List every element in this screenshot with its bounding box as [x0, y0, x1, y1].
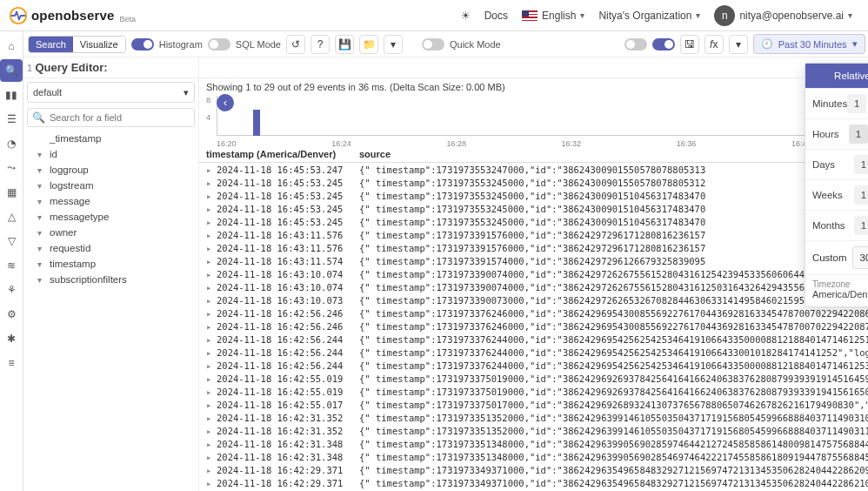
field-search-input[interactable]	[50, 112, 190, 123]
relative-pill[interactable]: 1	[849, 124, 868, 144]
help-icon[interactable]: ?	[310, 35, 330, 54]
expand-row-icon[interactable]: ▸	[206, 295, 217, 306]
table-row[interactable]: ▸2024-11-18 16:43:11.576{"_timestamp":17…	[199, 228, 868, 241]
time-range-button[interactable]: 🕘 Past 30 Minutes ▾	[753, 34, 865, 54]
table-row[interactable]: ▸2024-11-18 16:43:11.576{"_timestamp":17…	[199, 241, 868, 254]
custom-value-input[interactable]: 30	[852, 246, 869, 269]
fx-dropdown-icon[interactable]: ▾	[729, 35, 748, 54]
field-item[interactable]: ▾logstream	[23, 178, 198, 193]
expand-row-icon[interactable]: ▸	[206, 465, 217, 475]
field-item[interactable]: ▾timestamp	[23, 256, 198, 272]
table-row[interactable]: ▸2024-11-18 16:42:31.348{"_timestamp":17…	[199, 450, 868, 463]
nav-rum-icon[interactable]: ◔	[0, 132, 23, 155]
table-row[interactable]: ▸2024-11-18 16:42:55.017{"_timestamp":17…	[199, 398, 868, 411]
nav-traces-icon[interactable]: ☰	[0, 108, 23, 131]
field-item[interactable]: ▾message	[23, 193, 198, 209]
col-source[interactable]: source	[359, 149, 868, 159]
expand-row-icon[interactable]: ▸	[206, 360, 217, 371]
expand-row-icon[interactable]: ▸	[206, 308, 217, 319]
docs-link[interactable]: Docs	[477, 10, 515, 22]
table-row[interactable]: ▸2024-11-18 16:42:56.244{"_timestamp":17…	[199, 346, 868, 359]
table-row[interactable]: ▸2024-11-18 16:42:55.019{"_timestamp":17…	[199, 385, 868, 398]
table-row[interactable]: ▸2024-11-18 16:42:29.371{"_timestamp":17…	[199, 476, 868, 489]
table-row[interactable]: ▸2024-11-18 16:45:53.247{"_timestamp":17…	[199, 163, 868, 176]
undo-icon[interactable]: ↺	[286, 35, 305, 54]
quick-mode-toggle[interactable]	[422, 38, 444, 50]
expand-row-icon[interactable]: ▸	[206, 400, 217, 410]
org-selector[interactable]: Nitya's Organization ▾	[591, 10, 707, 22]
nav-alerts-icon[interactable]: △	[0, 205, 23, 228]
save-view-icon[interactable]: 🖫	[680, 35, 699, 54]
table-row[interactable]: ▸2024-11-18 16:42:31.348{"_timestamp":17…	[199, 437, 868, 450]
nav-search-icon[interactable]: 🔍	[0, 59, 23, 82]
nav-slack-icon[interactable]: ✱	[0, 327, 23, 350]
sql-mode-toggle[interactable]	[208, 38, 230, 50]
expand-row-icon[interactable]: ▸	[206, 282, 217, 293]
stream-selector[interactable]: default ▾	[27, 82, 195, 103]
table-row[interactable]: ▸2024-11-18 16:45:53.245{"_timestamp":17…	[199, 215, 868, 228]
language-selector[interactable]: English ▾	[515, 10, 591, 22]
nav-functions-icon[interactable]: ▽	[0, 230, 23, 252]
collapse-sidebar-button[interactable]: ‹	[217, 94, 234, 111]
expand-row-icon[interactable]: ▸	[206, 439, 217, 449]
expand-row-icon[interactable]: ▸	[206, 243, 217, 253]
field-item[interactable]: ▾requestid	[23, 240, 198, 256]
toolbar-toggle-b[interactable]	[652, 38, 675, 50]
timezone-row[interactable]: Timezone America/Denver ▾	[805, 275, 868, 306]
save-icon[interactable]: 💾	[335, 35, 354, 54]
table-row[interactable]: ▸2024-11-18 16:42:31.352{"_timestamp":17…	[199, 424, 868, 437]
nav-streams-icon[interactable]: ≋	[0, 254, 23, 277]
relative-pill[interactable]: 1	[854, 155, 868, 174]
table-row[interactable]: ▸2024-11-18 16:42:56.244{"_timestamp":17…	[199, 359, 868, 372]
expand-row-icon[interactable]: ▸	[206, 321, 217, 332]
nav-settings-icon[interactable]: ⚙	[0, 303, 23, 326]
more-icon[interactable]: ▾	[384, 35, 403, 54]
theme-toggle-icon[interactable]: ☀	[454, 10, 477, 22]
table-row[interactable]: ▸2024-11-18 16:42:55.019{"_timestamp":17…	[199, 372, 868, 385]
expand-row-icon[interactable]: ▸	[206, 478, 217, 488]
expand-row-icon[interactable]: ▸	[206, 269, 217, 279]
field-item[interactable]: ▾loggroup	[23, 162, 198, 178]
field-search[interactable]: 🔍	[27, 108, 195, 127]
tab-visualize[interactable]: Visualize	[73, 37, 125, 52]
expand-row-icon[interactable]: ▸	[206, 426, 217, 436]
table-row[interactable]: ▸2024-11-18 16:42:31.352{"_timestamp":17…	[199, 411, 868, 424]
expand-row-icon[interactable]: ▸	[206, 413, 217, 423]
table-row[interactable]: ▸2024-11-18 16:43:10.073{"_timestamp":17…	[199, 293, 868, 306]
expand-row-icon[interactable]: ▸	[206, 165, 217, 175]
field-item[interactable]: ▾id	[23, 146, 198, 162]
table-row[interactable]: ▸2024-11-18 16:42:56.246{"_timestamp":17…	[199, 306, 868, 319]
table-row[interactable]: ▸2024-11-18 16:43:11.574{"_timestamp":17…	[199, 254, 868, 267]
nav-metrics-icon[interactable]: ▮▮	[0, 84, 23, 106]
expand-row-icon[interactable]: ▸	[206, 217, 217, 227]
table-row[interactable]: ▸2024-11-18 16:42:56.244{"_timestamp":17…	[199, 333, 868, 346]
field-item[interactable]: _timestamp	[23, 131, 198, 146]
expand-row-icon[interactable]: ▸	[206, 334, 217, 345]
table-row[interactable]: ▸2024-11-18 16:45:53.245{"_timestamp":17…	[199, 189, 868, 202]
expand-row-icon[interactable]: ▸	[206, 347, 217, 358]
user-menu[interactable]: n nitya@openobserve.ai ▾	[707, 5, 859, 26]
fx-icon[interactable]: fx	[704, 35, 724, 54]
folder-icon[interactable]: 📁	[359, 35, 378, 54]
nav-iam-icon[interactable]: ⚘	[0, 279, 23, 301]
nav-dashboards-icon[interactable]: ▦	[0, 181, 23, 204]
relative-pill[interactable]: 1	[854, 216, 868, 235]
tab-relative[interactable]: Relative	[805, 64, 868, 88]
brand-logo[interactable]: openobserve Beta	[9, 6, 136, 25]
nav-collapse-icon[interactable]: ≡	[0, 352, 23, 374]
nav-pipelines-icon[interactable]: ⤳	[0, 157, 23, 179]
expand-row-icon[interactable]: ▸	[206, 204, 217, 214]
field-item[interactable]: ▾owner	[23, 225, 198, 240]
nav-home-icon[interactable]: ⌂	[0, 35, 23, 57]
expand-row-icon[interactable]: ▸	[206, 256, 217, 266]
relative-pill[interactable]: 1	[854, 185, 868, 205]
expand-row-icon[interactable]: ▸	[206, 373, 217, 384]
table-row[interactable]: ▸2024-11-18 16:43:10.074{"_timestamp":17…	[199, 280, 868, 293]
table-row[interactable]: ▸2024-11-18 16:45:53.245{"_timestamp":17…	[199, 176, 868, 189]
field-item[interactable]: ▾messagetype	[23, 209, 198, 225]
expand-row-icon[interactable]: ▸	[206, 387, 217, 397]
table-row[interactable]: ▸2024-11-18 16:42:56.246{"_timestamp":17…	[199, 319, 868, 333]
toolbar-toggle-a[interactable]	[624, 38, 647, 50]
tab-search[interactable]: Search	[29, 37, 73, 52]
field-item[interactable]: ▾subscriptionfilters	[23, 272, 198, 287]
